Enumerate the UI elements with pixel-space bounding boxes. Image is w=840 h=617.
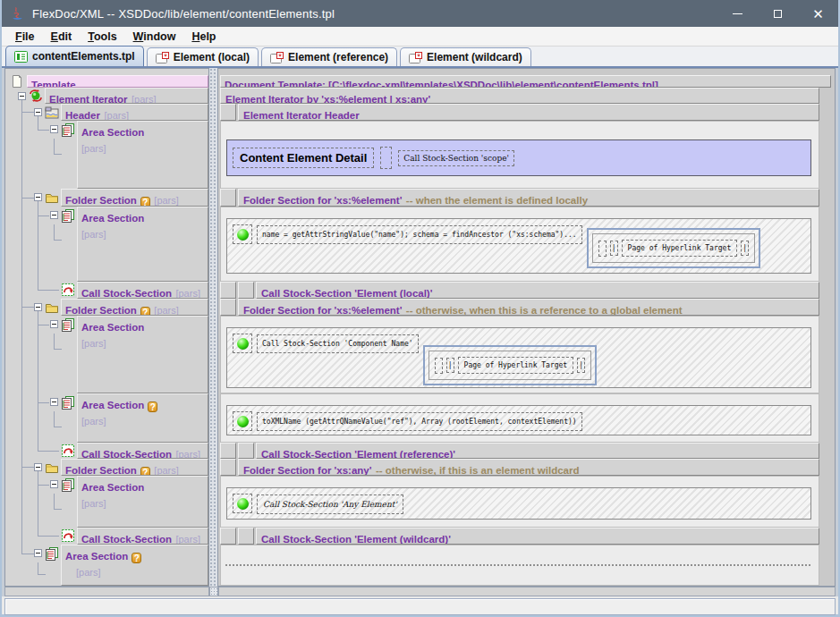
menu-help[interactable]: Help (183, 29, 224, 45)
question-badge-icon: ? (140, 467, 150, 476)
collapse-toggle[interactable] (34, 108, 42, 116)
element-iterator-icon (29, 89, 43, 103)
call-stock-section-icon (61, 283, 75, 297)
panel-splitter[interactable] (209, 68, 217, 587)
doc-template-header-row[interactable]: Document Template: [C:\flexdoc-xml\templ… (220, 75, 831, 88)
tree-node-element-iterator[interactable]: Element Iterator [pars] (45, 88, 208, 104)
template-page-icon (156, 52, 169, 63)
pipe-block[interactable]: | (577, 358, 585, 373)
pipe-block[interactable]: | (446, 358, 454, 373)
tree-node-folder-section-2[interactable]: Folder Section? [pars] (61, 299, 208, 316)
tree-node-call-stock-2[interactable]: Call Stock-Section [pars] (77, 443, 208, 459)
folder2-content: Call Stock-Section 'Component Name' | Pa… (220, 316, 819, 393)
tab-element-reference[interactable]: Element (reference) (261, 47, 397, 66)
enabling-condition-block[interactable] (233, 494, 252, 513)
folder3-row[interactable]: Folder Section for 'xs:any' -- otherwise… (220, 459, 819, 476)
call-any-element-block[interactable]: Call Stock-Section 'Any Element' (257, 494, 403, 514)
content-element-detail-block[interactable]: Content Element Detail (233, 148, 374, 168)
tree-node-folder-section-1[interactable]: Folder Section? [pars] (61, 189, 208, 207)
collapse-toggle[interactable] (50, 320, 58, 328)
menu-file[interactable]: File (7, 29, 43, 45)
menu-tools[interactable]: Tools (80, 29, 124, 45)
maximize-button[interactable] (758, 0, 798, 27)
call3-row[interactable]: Call Stock-Section 'Element (wildcard)' (220, 528, 819, 545)
main-area: Template Element Iterator [pars] (2, 68, 838, 587)
collapse-toggle[interactable] (50, 480, 58, 488)
indent-cell (220, 299, 236, 316)
designer-hscrollbar[interactable] (218, 587, 836, 596)
pipe-block[interactable]: | (741, 241, 749, 256)
empty-block[interactable] (380, 147, 392, 169)
call2-row[interactable]: Call Stock-Section 'Element (reference)' (220, 443, 819, 459)
tab-content-elements[interactable]: contentElements.tpl (5, 46, 144, 66)
tree-node-label: Area Section (81, 127, 144, 138)
tree-node-area-section-6[interactable]: Area Section? [pars] (61, 545, 208, 586)
menu-edit[interactable]: Edit (43, 29, 81, 45)
splitter-handle[interactable] (209, 587, 218, 596)
enabling-condition-block[interactable] (233, 334, 252, 353)
reference-name-content: toXMLName (getAttrQNameValue("ref"), Arr… (220, 393, 819, 443)
tab-label: contentElements.tpl (32, 50, 135, 63)
collapse-toggle[interactable] (34, 463, 42, 471)
collapse-toggle[interactable] (50, 211, 58, 219)
indent-cell (220, 528, 236, 545)
code-expression-block[interactable]: toXMLName (getAttrQNameValue("ref"), Arr… (257, 412, 582, 431)
collapse-toggle[interactable] (50, 398, 58, 406)
tree-node-label: Area Section (81, 482, 144, 493)
tree-node-pars: [pars] (175, 288, 200, 299)
folder1-row[interactable]: Folder Section for 'xs:%element' -- when… (220, 189, 819, 207)
iterator-header-row[interactable]: Element Iterator Header (220, 104, 819, 121)
tree-node-label: Call Stock-Section (81, 534, 172, 545)
collapse-toggle[interactable] (18, 92, 26, 100)
tree-node-template[interactable]: Template (27, 75, 208, 88)
iterator-row[interactable]: Element Iterator by 'xs:%element | xs:an… (220, 88, 819, 104)
content-detail-band[interactable]: Content Element Detail Call Stock-Sectio… (226, 139, 811, 176)
folder1-content: name = getAttrStringValue("name"); schem… (220, 207, 819, 282)
tree-line (38, 290, 59, 291)
collapse-toggle[interactable] (50, 125, 58, 133)
folder2-band: Call Stock-Section 'Component Name' | Pa… (226, 327, 811, 388)
enabling-condition-block[interactable] (233, 411, 252, 431)
tree-node-label: Template (31, 80, 76, 88)
question-badge-icon: ? (132, 553, 141, 563)
tree-node-area-section-1[interactable]: Area Section [pars] (77, 121, 208, 189)
call1-row[interactable]: Call Stock-Section 'Element (local)' (220, 282, 819, 299)
tab-label: Element (reference) (288, 51, 388, 63)
collapse-toggle[interactable] (34, 303, 42, 311)
minimize-button[interactable] (717, 0, 758, 27)
page-of-hyperlink-target-block[interactable]: Page of Hyperlink Target (622, 240, 738, 257)
tree-node-header[interactable]: Header [pars] (61, 104, 208, 121)
call-scope-block[interactable]: Call Stock-Section 'scope' (398, 150, 514, 166)
collapse-toggle[interactable] (34, 549, 42, 557)
tree-line (54, 411, 55, 427)
question-badge-icon: ? (140, 197, 150, 207)
code-expression-block[interactable]: name = getAttrStringValue("name"); schem… (257, 225, 582, 244)
tab-element-local[interactable]: Element (local) (147, 47, 259, 66)
menu-window[interactable]: Window (125, 29, 184, 45)
tree-node-area-section-5[interactable]: Area Section [pars] (77, 476, 208, 528)
enabling-condition-block[interactable] (233, 224, 252, 244)
call-component-name-block[interactable]: Call Stock-Section 'Component Name' (257, 334, 419, 353)
close-button[interactable]: ✕ (798, 0, 838, 27)
tree-node-call-stock-3[interactable]: Call Stock-Section [pars] (77, 528, 208, 545)
tree-hscrollbar[interactable] (4, 587, 209, 596)
tree-node-area-section-2[interactable]: Area Section [pars] (77, 207, 208, 282)
tree-node-call-stock-1[interactable]: Call Stock-Section [pars] (77, 282, 208, 299)
hyperlink-target-panel[interactable]: | Page of Hyperlink Target | (587, 228, 761, 268)
tree-node-folder-section-3[interactable]: Folder Section? [pars] (61, 459, 208, 476)
empty-block[interactable] (435, 358, 443, 374)
minimize-icon (733, 13, 742, 14)
tree-line (38, 536, 59, 537)
page-of-hyperlink-target-block[interactable]: Page of Hyperlink Target (458, 357, 574, 374)
tree-node-area-section-4[interactable]: Area Section? [pars] (77, 393, 208, 443)
collapse-toggle[interactable] (34, 193, 42, 201)
empty-block[interactable] (598, 241, 607, 257)
tree-node-area-section-3[interactable]: Area Section [pars] (77, 316, 208, 393)
hyperlink-target-panel[interactable]: | Page of Hyperlink Target | (423, 345, 598, 385)
indent-cell (220, 282, 236, 299)
tree-line (54, 139, 55, 154)
menu-bar: File Edit Tools Window Help (2, 27, 838, 46)
pipe-block[interactable]: | (610, 241, 618, 256)
folder2-row[interactable]: Folder Section for 'xs:%element' -- othe… (220, 299, 819, 316)
tab-element-wildcard[interactable]: Element (wildcard) (400, 47, 531, 66)
